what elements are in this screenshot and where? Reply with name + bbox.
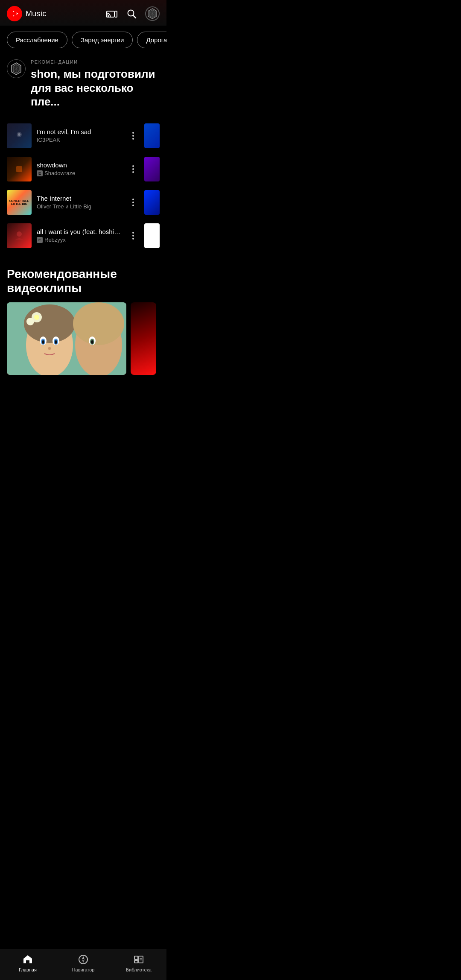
rec-section-label: РЕКОМЕНДАЦИИ	[31, 59, 160, 64]
track-thumbnail: OLIVER TREELITTLE BIG	[7, 190, 32, 215]
track-artist: E Shadowraze	[37, 170, 122, 176]
track-title: I'm not evil, I'm sad	[37, 128, 122, 135]
track-info: The Internet Oliver Tree и Little Big	[37, 195, 122, 210]
svg-point-35	[73, 302, 124, 345]
svg-marker-41	[82, 960, 85, 963]
video-cards-row	[0, 302, 166, 383]
rec-avatar	[7, 59, 26, 78]
track-info: showdown E Shadowraze	[37, 161, 122, 176]
track-thumbnail	[7, 123, 32, 148]
track-title: all I want is you (feat. hoshie star)	[37, 228, 122, 235]
svg-point-32	[55, 340, 57, 344]
track-info: I'm not evil, I'm sad IC3PEAK	[37, 128, 122, 143]
track-item[interactable]: showdown E Shadowraze	[0, 152, 166, 186]
svg-rect-43	[134, 960, 138, 963]
svg-point-2	[12, 12, 17, 16]
svg-point-31	[42, 340, 44, 344]
nav-item-explore[interactable]: Навигатор	[68, 954, 98, 972]
track-item[interactable]: I'm not evil, I'm sad IC3PEAK	[0, 119, 166, 152]
track-artist: E Rebzyyx	[37, 237, 122, 243]
track-item[interactable]: OLIVER TREELITTLE BIG The Internet Olive…	[0, 186, 166, 219]
svg-point-38	[91, 340, 93, 344]
svg-point-26	[26, 318, 34, 325]
search-button[interactable]	[125, 8, 137, 20]
home-icon	[22, 954, 34, 965]
track-artist: IC3PEAK	[37, 137, 122, 143]
svg-rect-44	[139, 956, 143, 963]
svg-point-18	[18, 133, 20, 136]
svg-point-33	[48, 347, 51, 350]
nav-home-label: Главная	[19, 967, 37, 972]
track-thumbnail	[7, 157, 32, 181]
explicit-badge: E	[37, 170, 43, 176]
track-thumbnail	[7, 223, 32, 248]
nav-item-library[interactable]: Библиотека	[124, 954, 154, 972]
bottom-nav: Главная Навигатор Библиотека	[0, 949, 166, 980]
video-card-partial[interactable]	[131, 302, 156, 375]
svg-marker-40	[82, 956, 85, 960]
video-card[interactable]	[7, 302, 126, 375]
track-more-button[interactable]	[127, 130, 139, 142]
cast-button[interactable]	[106, 8, 118, 20]
recommendation-banner: РЕКОМЕНДАЦИИ shon, мы подготовили для ва…	[0, 55, 166, 119]
svg-point-20	[17, 231, 22, 237]
next-track-preview	[144, 190, 160, 215]
rec-title: shon, мы подготовили для вас несколько п…	[31, 67, 160, 109]
track-more-button[interactable]	[127, 196, 139, 208]
logo-area: Music	[7, 6, 47, 21]
compass-icon	[77, 954, 89, 965]
videos-section-heading: Рекомендованные видеоклипы	[0, 257, 166, 302]
svg-rect-42	[134, 956, 138, 960]
videos-section-title: Рекомендованные видеоклипы	[7, 267, 160, 295]
svg-rect-19	[16, 166, 22, 172]
track-info: all I want is you (feat. hoshie star) E …	[37, 228, 122, 243]
nav-library-label: Библиотека	[126, 967, 152, 972]
track-artist: Oliver Tree и Little Big	[37, 203, 122, 210]
track-title: The Internet	[37, 195, 122, 202]
track-more-button[interactable]	[127, 163, 139, 175]
next-track-preview	[144, 157, 160, 181]
mood-chips-row: Расслабление Заряд энергии Дорога	[0, 26, 166, 55]
track-more-button[interactable]	[127, 230, 139, 242]
app-header: Music	[0, 0, 166, 26]
chip-energy[interactable]: Заряд энергии	[72, 32, 133, 48]
header-icons	[106, 6, 160, 21]
explicit-badge: E	[37, 237, 43, 243]
next-track-preview	[144, 223, 160, 248]
user-avatar[interactable]	[145, 6, 160, 21]
track-list: I'm not evil, I'm sad IC3PEAK showdown E…	[0, 119, 166, 257]
library-icon	[133, 954, 145, 965]
chip-relax[interactable]: Расслабление	[7, 32, 67, 48]
track-item[interactable]: all I want is you (feat. hoshie star) E …	[0, 219, 166, 252]
next-track-preview	[144, 123, 160, 148]
app-name: Music	[26, 9, 47, 18]
yt-music-logo-icon	[7, 6, 22, 21]
chip-road[interactable]: Дорога	[137, 32, 166, 48]
nav-explore-label: Навигатор	[72, 967, 95, 972]
track-title: showdown	[37, 161, 122, 169]
nav-item-home[interactable]: Главная	[13, 954, 43, 972]
svg-point-25	[34, 315, 39, 320]
svg-line-6	[133, 15, 136, 18]
